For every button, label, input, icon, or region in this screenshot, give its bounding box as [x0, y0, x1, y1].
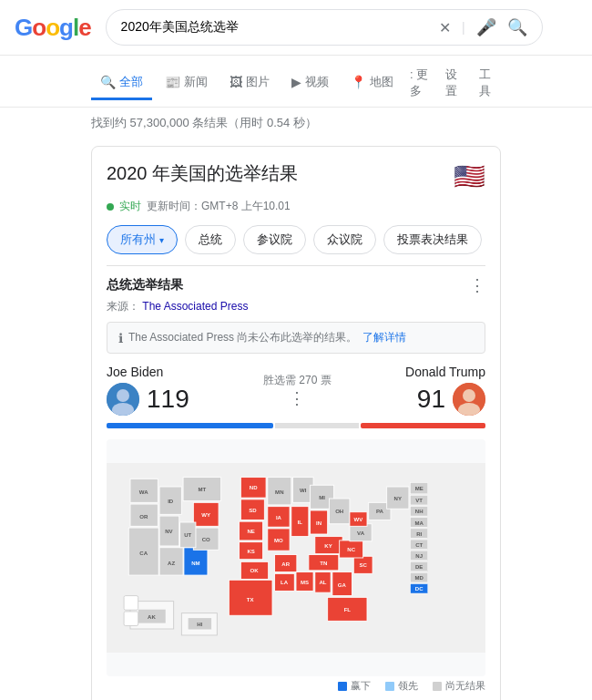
- svg-text:FL: FL: [344, 607, 352, 612]
- svg-text:DE: DE: [415, 564, 423, 570]
- svg-text:ME: ME: [415, 486, 424, 491]
- tab-news[interactable]: 📰 新闻: [156, 67, 217, 100]
- filter-row: 所有州 ▾ 总统 参议院 众议院 投票表决结果: [107, 225, 485, 254]
- update-time: 更新时间：GMT+8 上午10.01: [147, 199, 291, 214]
- election-card: 2020 年美国的选举结果 🇺🇸 实时 更新时间：GMT+8 上午10.01 所…: [91, 146, 501, 700]
- filter-all-states[interactable]: 所有州 ▾: [107, 225, 178, 254]
- tab-news-label: 新闻: [184, 74, 208, 90]
- progress-bar-red: [361, 423, 485, 428]
- tab-all[interactable]: 🔍 全部: [91, 67, 152, 100]
- svg-text:NV: NV: [165, 529, 172, 534]
- svg-text:OH: OH: [335, 509, 343, 514]
- svg-text:NC: NC: [347, 547, 355, 552]
- live-indicator: [107, 203, 114, 211]
- biden-avatar: [107, 383, 139, 416]
- filter-senate[interactable]: 参议院: [243, 225, 306, 254]
- nav-tabs: 🔍 全部 📰 新闻 🖼 图片 ▶ 视频 📍 地图 : 更多 设置 工具: [0, 56, 592, 108]
- tab-all-label: 全部: [119, 74, 143, 90]
- svg-text:SC: SC: [359, 562, 367, 568]
- live-label: 实时: [119, 199, 141, 214]
- svg-text:IA: IA: [276, 515, 282, 520]
- tools-link[interactable]: 工具: [479, 67, 501, 99]
- trump-avatar: [453, 383, 485, 416]
- trump-score: 91: [417, 385, 445, 414]
- header: Google ✕ | 🎤 🔍: [0, 0, 592, 56]
- card-subtitle: 实时 更新时间：GMT+8 上午10.01: [107, 199, 485, 214]
- search-submit-icon[interactable]: 🔍: [507, 17, 527, 37]
- svg-text:UT: UT: [184, 532, 191, 538]
- card-title: 2020 年美国的选举结果: [107, 161, 298, 186]
- clear-icon[interactable]: ✕: [439, 19, 451, 36]
- tab-video-label: 视频: [305, 74, 329, 90]
- source-link[interactable]: The Associated Press: [142, 300, 248, 313]
- svg-text:WY: WY: [201, 512, 210, 518]
- svg-text:AK: AK: [148, 614, 156, 620]
- svg-text:AL: AL: [319, 580, 326, 585]
- svg-text:NE: NE: [247, 529, 254, 534]
- svg-text:HI: HI: [197, 622, 202, 627]
- svg-text:ID: ID: [168, 499, 174, 504]
- tab-images[interactable]: 🖼 图片: [220, 67, 279, 100]
- settings-link[interactable]: 设置: [445, 67, 467, 99]
- win-threshold: 胜选需 270 票 ⋮: [263, 373, 332, 408]
- svg-text:DC: DC: [415, 586, 424, 592]
- ap-notice: ℹ The Associated Press 尚未公布此选举的结果。 了解详情: [107, 322, 485, 354]
- legend-no-result: 尚无结果: [433, 679, 485, 693]
- tab-maps[interactable]: 📍 地图: [342, 67, 403, 100]
- legend-leading: 领先: [385, 679, 418, 693]
- tab-video[interactable]: ▶ 视频: [282, 67, 338, 100]
- images-tab-icon: 🖼: [230, 75, 242, 89]
- filter-house[interactable]: 众议院: [313, 225, 376, 254]
- search-input[interactable]: [121, 20, 439, 35]
- more-options-icon[interactable]: ⋮: [469, 275, 485, 295]
- source-attribution: 来源： The Associated Press: [107, 299, 485, 314]
- search-bar[interactable]: ✕ | 🎤 🔍: [106, 9, 543, 46]
- source-section: 总统选举结果 ⋮ 来源： The Associated Press: [107, 265, 485, 314]
- tab-maps-label: 地图: [370, 74, 393, 90]
- svg-text:VA: VA: [357, 530, 365, 536]
- ap-notice-link[interactable]: 了解详情: [362, 330, 406, 345]
- svg-text:SD: SD: [249, 508, 257, 513]
- svg-text:WA: WA: [139, 489, 148, 495]
- us-flag-icon: 🇺🇸: [454, 161, 485, 191]
- electoral-map: WA OR CA ID NV AZ NM: [107, 439, 485, 676]
- svg-text:AZ: AZ: [168, 561, 175, 566]
- google-logo: Google: [15, 14, 91, 42]
- tab-more[interactable]: : 更多: [406, 59, 442, 107]
- map-container: WA OR CA ID NV AZ NM: [107, 439, 485, 693]
- svg-text:CA: CA: [139, 551, 148, 556]
- svg-text:MD: MD: [414, 575, 424, 581]
- news-tab-icon: 📰: [165, 75, 180, 89]
- svg-text:+: +: [129, 602, 133, 607]
- svg-text:VT: VT: [415, 498, 423, 503]
- legend-gray-dot: [433, 682, 442, 691]
- search-tab-icon: 🔍: [100, 75, 116, 89]
- trump-name: Donald Trump: [405, 365, 485, 379]
- source-title: 总统选举结果: [107, 277, 183, 293]
- card-header: 2020 年美国的选举结果 🇺🇸: [107, 161, 485, 191]
- svg-text:OR: OR: [139, 514, 148, 520]
- svg-text:MA: MA: [414, 520, 424, 526]
- microphone-icon[interactable]: 🎤: [476, 17, 496, 37]
- svg-text:KY: KY: [324, 543, 332, 549]
- svg-text:GA: GA: [338, 582, 347, 588]
- nav-right: 设置 工具: [445, 67, 501, 99]
- svg-text:TX: TX: [247, 597, 254, 602]
- legend-light-blue-dot: [385, 682, 394, 691]
- svg-text:IL: IL: [298, 520, 303, 525]
- candidate-biden: Joe Biden 119: [107, 365, 189, 416]
- biden-score: 119: [147, 385, 189, 414]
- svg-text:WI: WI: [300, 488, 307, 493]
- svg-text:TN: TN: [320, 561, 327, 566]
- results-count: 找到约 57,300,000 条结果（用时 0.54 秒）: [0, 108, 592, 139]
- svg-text:ND: ND: [250, 485, 258, 490]
- legend-won: 赢下: [338, 679, 371, 693]
- svg-text:NH: NH: [415, 509, 424, 514]
- svg-text:MS: MS: [301, 580, 309, 585]
- svg-text:IN: IN: [316, 520, 322, 526]
- svg-point-4: [463, 389, 475, 402]
- svg-text:MN: MN: [275, 489, 283, 495]
- filter-president[interactable]: 总统: [185, 225, 236, 254]
- filter-ballot[interactable]: 投票表决结果: [383, 225, 482, 254]
- svg-text:AR: AR: [281, 561, 290, 567]
